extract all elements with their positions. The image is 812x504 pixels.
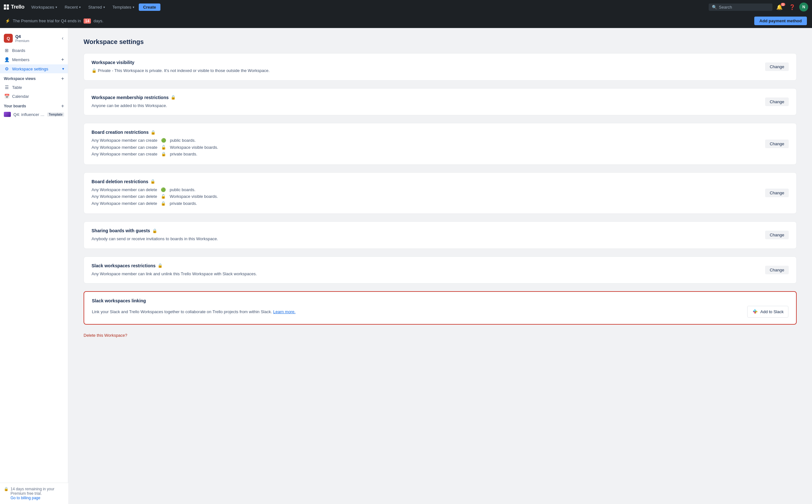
workspace-name: Q4 xyxy=(15,34,29,39)
sidebar-item-table[interactable]: ☰ Table xyxy=(0,83,68,92)
boards-icon: ⊞ xyxy=(4,48,10,53)
add-board-button[interactable]: + xyxy=(61,103,64,109)
members-label: Members xyxy=(12,57,29,62)
create-button[interactable]: Create xyxy=(139,4,160,11)
board-thumbnail xyxy=(4,112,11,117)
slack-restrictions-change-button[interactable]: Change xyxy=(765,266,789,274)
learn-more-link[interactable]: Learn more. xyxy=(273,309,295,314)
main-content: Workspace settings Workspace visibility … xyxy=(68,28,812,504)
board-deletion-card: Board deletion restrictions 🔒 Any Worksp… xyxy=(83,172,797,214)
board-name: Q4: influencer par... xyxy=(13,112,45,117)
slack-restrictions-description: Any Workspace member can link and unlink… xyxy=(91,271,760,277)
workspace-plan: Premium xyxy=(15,39,29,43)
workspace-avatar: Q xyxy=(4,34,13,43)
lock-icon: 🔒 xyxy=(152,228,157,233)
search-input[interactable]: 🔍 Search xyxy=(709,4,772,11)
billing-link[interactable]: Go to billing page xyxy=(11,496,40,500)
sidebar-footer: 🔒 14 days remaining in your Premium free… xyxy=(0,483,68,504)
settings-icon: ⚙ xyxy=(4,66,10,71)
board-creation-title: Board creation restrictions 🔒 xyxy=(91,130,760,135)
members-icon: 👤 xyxy=(4,57,10,62)
slack-linking-text: Link your Slack and Trello Workspaces to… xyxy=(92,309,742,315)
slack-linking-title: Slack workspaces linking xyxy=(92,298,788,303)
slack-restrictions-section: Slack workspaces restrictions 🔒 Any Work… xyxy=(83,256,797,284)
search-icon: 🔍 xyxy=(712,5,717,10)
lock-icon: 🔒 xyxy=(170,95,176,100)
top-navigation: Trello Workspaces ▾ Recent ▾ Starred ▾ T… xyxy=(0,0,812,14)
workspace-views-header: Workspace views + xyxy=(0,73,68,83)
logo-wordmark: Trello xyxy=(11,4,24,10)
board-deletion-description: Any Workspace member can delete 🟢 public… xyxy=(91,187,760,207)
workspace-settings-label: Workspace settings xyxy=(12,67,48,71)
lock-icon: 🔒 xyxy=(4,487,9,491)
membership-card: Workspace membership restrictions 🔒 Anyo… xyxy=(83,88,797,116)
sidebar-collapse-button[interactable]: ‹ xyxy=(61,35,64,42)
calendar-icon: 📅 xyxy=(4,94,10,99)
sidebar-item-members[interactable]: 👤 Members + xyxy=(0,55,68,64)
add-to-slack-label: Add to Slack xyxy=(760,309,784,314)
sidebar-item-workspace-settings[interactable]: ⚙ Workspace settings ▾ xyxy=(0,64,68,73)
sidebar-item-calendar[interactable]: 📅 Calendar xyxy=(0,92,68,101)
boards-label: Boards xyxy=(12,48,25,53)
help-button[interactable]: ❓ xyxy=(787,3,798,11)
template-badge: Template xyxy=(47,112,64,117)
sharing-guests-section: Sharing boards with guests 🔒 Anybody can… xyxy=(83,221,797,249)
logo[interactable]: Trello xyxy=(4,4,24,10)
add-workspace-view-button[interactable]: + xyxy=(61,76,64,82)
visibility-section: Workspace visibility 🔒 Private - This Wo… xyxy=(83,53,797,81)
table-label: Table xyxy=(12,85,22,90)
notification-badge: 1 xyxy=(781,3,785,6)
lock-icon: 🔒 xyxy=(91,68,97,73)
templates-menu-button[interactable]: Templates ▾ xyxy=(109,4,137,11)
trial-text-before: The Premium free trial for Q4 ends in xyxy=(13,18,81,23)
trial-banner: ⚡ The Premium free trial for Q4 ends in … xyxy=(0,14,812,28)
slack-linking-card: Slack workspaces linking Link your Slack… xyxy=(83,291,797,325)
notification-button[interactable]: 🔔 1 xyxy=(774,3,785,11)
visibility-description: 🔒 Private - This Workspace is private. I… xyxy=(91,68,760,74)
membership-description: Anyone can be added to this Workspace. xyxy=(91,103,760,109)
table-icon: ☰ xyxy=(4,85,10,90)
sidebar: Q Q4 Premium ‹ ⊞ Boards 👤 Members + ⚙ Wo… xyxy=(0,28,68,504)
your-boards-header: Your boards + xyxy=(0,101,68,110)
chevron-down-icon: ▾ xyxy=(62,67,64,71)
delete-section: Delete this Workspace? xyxy=(83,332,797,338)
sharing-guests-change-button[interactable]: Change xyxy=(765,231,789,239)
add-payment-button[interactable]: Add payment method xyxy=(754,17,807,25)
add-member-button[interactable]: + xyxy=(61,57,64,62)
chevron-down-icon: ▾ xyxy=(79,5,81,9)
board-creation-change-button[interactable]: Change xyxy=(765,140,789,148)
footer-text: 14 days remaining in your Premium free t… xyxy=(11,487,64,496)
membership-change-button[interactable]: Change xyxy=(765,97,789,106)
trial-days-badge: 14 xyxy=(83,18,91,24)
board-deletion-section: Board deletion restrictions 🔒 Any Worksp… xyxy=(83,172,797,214)
starred-menu-button[interactable]: Starred ▾ xyxy=(85,4,108,11)
board-item-q4[interactable]: Q4: influencer par... Template xyxy=(0,110,68,119)
membership-title: Workspace membership restrictions 🔒 xyxy=(91,95,760,100)
board-creation-section: Board creation restrictions 🔒 Any Worksp… xyxy=(83,123,797,165)
board-deletion-title: Board deletion restrictions 🔒 xyxy=(91,179,760,184)
trial-icon: ⚡ xyxy=(5,18,10,23)
visibility-title: Workspace visibility xyxy=(91,60,760,65)
chevron-down-icon: ▾ xyxy=(133,5,134,9)
sharing-guests-title: Sharing boards with guests 🔒 xyxy=(91,228,760,233)
slack-icon xyxy=(752,308,758,315)
avatar[interactable]: N xyxy=(799,3,808,11)
lock-icon: 🔒 xyxy=(157,263,163,268)
chevron-down-icon: ▾ xyxy=(55,5,57,9)
sharing-guests-description: Anybody can send or receive invitations … xyxy=(91,236,760,242)
add-to-slack-button[interactable]: Add to Slack xyxy=(747,306,788,318)
board-creation-card: Board creation restrictions 🔒 Any Worksp… xyxy=(83,123,797,165)
slack-linking-section: Slack workspaces linking Link your Slack… xyxy=(83,291,797,325)
workspaces-menu-button[interactable]: Workspaces ▾ xyxy=(28,4,60,11)
visibility-change-button[interactable]: Change xyxy=(765,62,789,71)
recent-menu-button[interactable]: Recent ▾ xyxy=(62,4,84,11)
lock-icon: 🔒 xyxy=(150,130,156,135)
membership-section: Workspace membership restrictions 🔒 Anyo… xyxy=(83,88,797,116)
calendar-label: Calendar xyxy=(12,94,29,99)
sidebar-item-boards[interactable]: ⊞ Boards xyxy=(0,46,68,55)
chevron-down-icon: ▾ xyxy=(103,5,105,9)
workspace-header: Q Q4 Premium ‹ xyxy=(0,32,68,45)
slack-restrictions-card: Slack workspaces restrictions 🔒 Any Work… xyxy=(83,256,797,284)
delete-workspace-link[interactable]: Delete this Workspace? xyxy=(83,333,127,338)
board-deletion-change-button[interactable]: Change xyxy=(765,189,789,197)
